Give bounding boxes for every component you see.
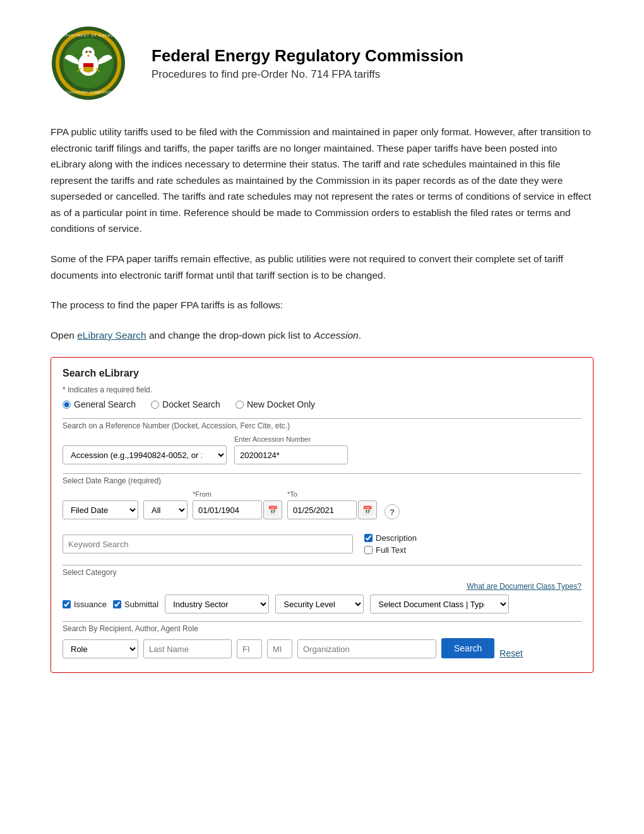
to-label: *To [287, 490, 377, 498]
from-date-group: *From 📅 [193, 490, 282, 519]
radio-docket-input[interactable] [151, 401, 159, 409]
accession-row: Accession (e.g.,19940824-0052, or 199408… [63, 435, 581, 464]
recipient-section-label: Search By Recipient, Author, Agent Role [63, 621, 581, 633]
accession-type-select[interactable]: Accession (e.g.,19940824-0052, or 199408… [63, 445, 227, 464]
from-date-wrap: 📅 [193, 500, 282, 519]
to-calendar-icon[interactable]: 📅 [358, 500, 377, 519]
submittal-checkbox[interactable] [113, 600, 121, 608]
para4-prefix: Open [51, 330, 77, 341]
doc-class-types-link[interactable]: What are Document Class Types? [63, 582, 581, 591]
issuance-label: Issuance [74, 600, 107, 609]
last-name-input[interactable] [143, 639, 232, 658]
radio-new-docket-input[interactable] [236, 401, 244, 409]
ferc-logo: DEPARTMENT OF ENERGY REGULATORY COMMISSI… [51, 25, 126, 101]
security-level-select[interactable]: Security Level [275, 595, 364, 613]
search-box-title: Search eLibrary [63, 368, 581, 379]
category-row: Issuance Submittal Industry Sector Secur… [63, 595, 581, 613]
issuance-checkbox[interactable] [63, 600, 71, 608]
search-elibrary-box: Search eLibrary * Indicates a required f… [51, 357, 593, 673]
category-section-label: Select Category [63, 565, 581, 577]
accession-number-input[interactable] [234, 445, 348, 464]
description-checkbox-label[interactable]: Description [364, 533, 417, 543]
radio-general-input[interactable] [63, 401, 71, 409]
header-text-block: Federal Energy Regulatory Commission Pro… [152, 46, 463, 81]
description-label: Description [376, 533, 417, 543]
keyword-checkbox-group: Description Full Text [364, 533, 417, 555]
para4-italic: Accession [314, 330, 359, 341]
fi-input[interactable] [237, 639, 262, 658]
from-calendar-icon[interactable]: 📅 [263, 500, 282, 519]
body-paragraph-2: Some of the FPA paper tariffs remain eff… [51, 251, 593, 283]
page-header: DEPARTMENT OF ENERGY REGULATORY COMMISSI… [51, 25, 593, 101]
svg-text:REGULATORY COMMISSION: REGULATORY COMMISSION [64, 90, 113, 94]
radio-general-label: General Search [74, 399, 136, 409]
date-help-icon[interactable]: ? [385, 504, 400, 519]
fulltext-label: Full Text [376, 545, 406, 555]
fulltext-checkbox[interactable] [364, 546, 373, 554]
to-date-input[interactable] [287, 500, 357, 519]
required-note: * Indicates a required field. [63, 385, 581, 394]
mi-input[interactable] [267, 639, 292, 658]
accession-number-group: Enter Accession Number [234, 435, 348, 464]
recipient-section: Search By Recipient, Author, Agent Role … [63, 621, 581, 658]
to-date-wrap: 📅 [287, 500, 377, 519]
date-all-select[interactable]: All Range [143, 500, 188, 519]
submittal-label: Submittal [124, 600, 158, 609]
svg-rect-8 [83, 63, 93, 67]
date-row: Filed Date Issued Date All Range *From 📅… [63, 490, 581, 519]
role-select[interactable]: Role [63, 639, 138, 658]
accession-type-group: Accession (e.g.,19940824-0052, or 199408… [63, 445, 227, 464]
radio-new-docket-label: New Docket Only [247, 399, 315, 409]
search-type-radio-group: General Search Docket Search New Docket … [63, 399, 581, 409]
industry-sector-select[interactable]: Industry Sector [165, 595, 269, 613]
ref-section-label: Search on a Reference Number (Docket, Ac… [63, 418, 581, 430]
svg-text:DEPARTMENT OF ENERGY: DEPARTMENT OF ENERGY [59, 33, 117, 37]
category-section: Select Category What are Document Class … [63, 565, 581, 613]
svg-point-6 [86, 51, 88, 53]
date-section-label: Select Date Range (required) [63, 473, 581, 485]
reset-button[interactable]: Reset [499, 648, 523, 658]
issuance-checkbox-label[interactable]: Issuance [63, 600, 107, 609]
body-paragraph-1: FPA public utility tariffs used to be fi… [51, 124, 593, 237]
radio-docket-label: Docket Search [162, 399, 220, 409]
from-label: *From [193, 490, 282, 498]
elibrary-link[interactable]: eLibrary Search [77, 330, 146, 341]
page-subtitle: Procedures to find pre-Order No. 714 FPA… [152, 68, 463, 81]
description-checkbox[interactable] [364, 534, 373, 542]
doc-class-select[interactable]: Select Document Class | Type [370, 595, 509, 613]
keyword-row: Description Full Text [63, 528, 581, 559]
fulltext-checkbox-label[interactable]: Full Text [364, 545, 417, 555]
keyword-input[interactable] [63, 535, 353, 553]
body-paragraph-3: The process to find the paper FPA tariff… [51, 297, 593, 313]
para4-end: . [359, 330, 361, 341]
to-date-group: *To 📅 [287, 490, 377, 519]
radio-new-docket[interactable]: New Docket Only [236, 399, 315, 409]
radio-docket-search[interactable]: Docket Search [151, 399, 220, 409]
para4-suffix: and change the drop-down pick list to [146, 330, 314, 341]
radio-general-search[interactable]: General Search [63, 399, 136, 409]
ref-number-section: Search on a Reference Number (Docket, Ac… [63, 418, 581, 464]
date-range-section: Select Date Range (required) Filed Date … [63, 473, 581, 519]
accession-number-label: Enter Accession Number [234, 435, 348, 443]
date-type-select[interactable]: Filed Date Issued Date [63, 500, 138, 519]
from-date-input[interactable] [193, 500, 262, 519]
recipient-row: Role Search Reset [63, 638, 581, 658]
body-paragraph-4: Open eLibrary Search and change the drop… [51, 327, 593, 344]
svg-point-7 [90, 51, 92, 53]
organization-input[interactable] [297, 639, 436, 658]
search-button[interactable]: Search [441, 638, 494, 658]
page-title: Federal Energy Regulatory Commission [152, 46, 463, 66]
submittal-checkbox-label[interactable]: Submittal [113, 600, 158, 609]
